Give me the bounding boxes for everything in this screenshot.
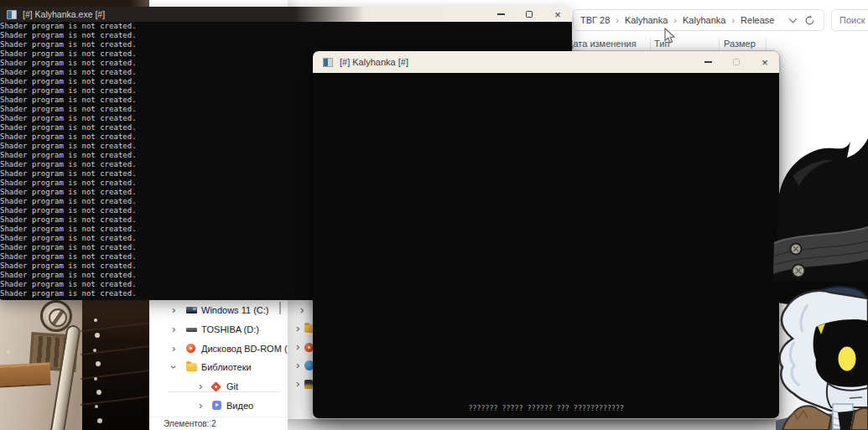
desktop: ТВГ 28›Kalyhanka›Kalyhanka›Release Поиск… [0, 0, 868, 430]
chevron-collapsed-icon[interactable]: › [172, 306, 175, 314]
minimize-button[interactable] [486, 7, 515, 22]
search-text: Поиск в: R [839, 15, 868, 25]
git-icon [211, 381, 221, 392]
eye [839, 347, 856, 371]
wallpaper-dots [94, 319, 97, 322]
disc-drive-icon [186, 344, 195, 353]
chevron-collapsed-icon[interactable]: › [296, 324, 299, 333]
minimize-icon [497, 13, 505, 14]
breadcrumb-separator: › [731, 15, 735, 25]
refresh-icon[interactable] [804, 15, 815, 26]
chevron-collapsed-icon[interactable]: › [172, 345, 175, 353]
console-app-icon [323, 58, 333, 67]
console-front-titlebar[interactable]: [#] Kalyhanka [#] × [313, 51, 779, 73]
chevron-collapsed-icon[interactable]: › [199, 402, 202, 410]
tree-separator [168, 391, 281, 392]
breadcrumb: ТВГ 28›Kalyhanka›Kalyhanka›Release [580, 15, 787, 25]
chevron-collapsed-icon[interactable]: › [300, 306, 304, 314]
tree-row[interactable]: ›Дисковод BD-ROM (E:) [149, 339, 288, 358]
chevron-collapsed-icon[interactable]: › [296, 361, 299, 370]
address-bar[interactable]: ТВГ 28›Kalyhanka›Kalyhanka›Release [573, 9, 824, 31]
breadcrumb-item[interactable]: Kalyhanka [683, 15, 725, 25]
tree-label: TOSHIBA (D:) [201, 324, 259, 334]
wallpaper-stripe [0, 362, 51, 387]
chevron-collapsed-icon[interactable]: › [199, 382, 202, 391]
hard-drive-icon [186, 328, 197, 332]
mouse-cursor [664, 28, 675, 44]
tree-row[interactable]: ›Git [149, 377, 288, 396]
mouth [850, 397, 862, 398]
chevron-collapsed-icon[interactable]: › [296, 380, 299, 388]
chevron-collapsed-icon[interactable]: › [296, 343, 299, 351]
tree-label: Видео [226, 401, 253, 411]
scrollbar[interactable] [279, 302, 281, 314]
tree-row[interactable]: ›Windows 11 (C:) [149, 301, 288, 320]
chevron-down-icon[interactable] [789, 15, 798, 23]
console-app-icon [7, 10, 17, 19]
console-back-titlebar[interactable]: [#] Kalyhanka.exe [#] × [0, 7, 572, 22]
maximize-icon [526, 11, 533, 18]
close-icon: × [554, 9, 561, 20]
log-line: Shader program is not created. [0, 22, 572, 31]
chevron-collapsed-icon[interactable]: › [172, 325, 175, 334]
minimize-icon [704, 61, 712, 62]
robot-mascot-character[interactable] [667, 117, 868, 430]
maximize-button[interactable] [722, 51, 751, 73]
status-text: Элементов: 2 [164, 419, 216, 428]
tree-label: Windows 11 (C:) [201, 305, 268, 315]
window-title: [#] Kalyhanka [#] [340, 57, 408, 67]
breadcrumb-item[interactable]: Release [741, 15, 774, 25]
search-input[interactable]: Поиск в: R [831, 9, 868, 31]
video-icon [212, 401, 221, 410]
breadcrumb-separator: › [616, 15, 619, 25]
chevron-expanded-icon[interactable]: › [169, 365, 178, 369]
minimize-button[interactable] [694, 51, 722, 73]
close-button[interactable]: × [751, 51, 779, 73]
window-title: [#] Kalyhanka.exe [#] [23, 9, 105, 19]
system-drive-icon [186, 307, 197, 313]
tree-front: ›Windows 11 (C:)›TOSHIBA (D:)›Дисковод B… [149, 301, 288, 430]
close-button[interactable]: × [543, 7, 572, 22]
log-line: Shader program is not created. [0, 40, 572, 49]
close-icon: × [761, 57, 768, 68]
breadcrumb-item[interactable]: Kalyhanka [625, 15, 668, 25]
tree-row[interactable]: ›Видео [149, 396, 288, 415]
tree-label: Git [226, 381, 238, 391]
maximize-button[interactable] [515, 7, 543, 22]
column-header-date[interactable]: Дата изменения [567, 39, 637, 49]
breadcrumb-item[interactable]: ТВГ 28 [580, 15, 610, 25]
tree-row[interactable]: ›Библиотеки [149, 358, 288, 377]
wallpaper-artwork [0, 293, 164, 430]
log-line: Shader program is not created. [0, 31, 572, 40]
folder-icon [186, 363, 197, 371]
tree-label: Дисковод BD-ROM (E:) [201, 344, 288, 354]
status-bar: Элементов: 2 [149, 417, 288, 430]
column-header-size[interactable]: Размер [724, 39, 756, 49]
maximize-icon [733, 59, 740, 65]
tree-row[interactable]: ›TOSHIBA (D:) [149, 320, 288, 339]
tree-label: Библиотеки [201, 362, 252, 372]
breadcrumb-separator: › [673, 15, 677, 25]
